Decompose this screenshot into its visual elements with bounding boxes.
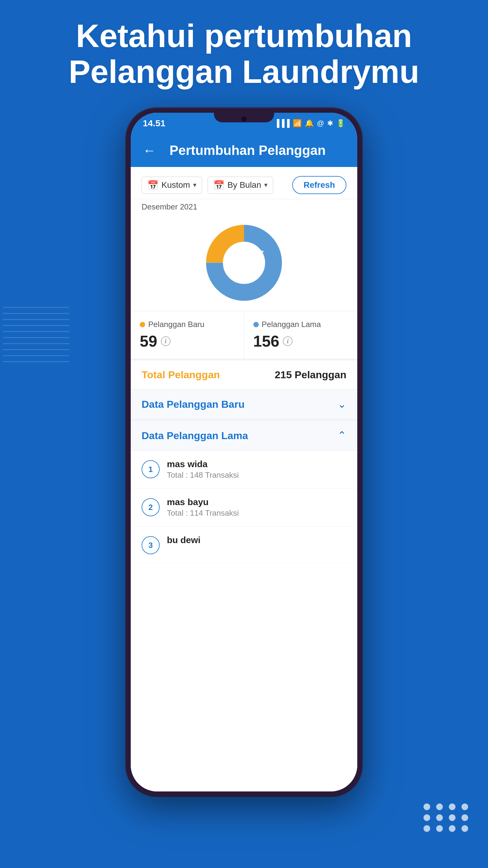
camera-dot bbox=[241, 116, 247, 122]
item-name-3: bu dewi bbox=[167, 535, 347, 545]
item-name-2: mas bayu bbox=[167, 497, 347, 507]
dots-decoration bbox=[424, 804, 470, 832]
item-rank-1: 1 bbox=[141, 460, 160, 478]
app-title: Pertumbuhan Pelanggan bbox=[163, 143, 332, 158]
total-label: Total Pelanggan bbox=[141, 369, 220, 381]
content-area: 📅 Kustom ▾ 📅 By Bulan ▾ Refresh Desember… bbox=[131, 167, 357, 792]
new-value-row: 59 i bbox=[140, 332, 235, 350]
old-dot bbox=[253, 322, 259, 327]
total-section: Total Pelanggan 215 Pelanggan bbox=[131, 359, 357, 389]
list-section: 1 mas wida Total : 148 Transaksi 2 mas b… bbox=[131, 450, 357, 563]
item-sub-2: Total : 114 Transaksi bbox=[167, 508, 347, 518]
kustom-arrow: ▾ bbox=[193, 181, 196, 189]
bell-icon: 🔔 bbox=[305, 119, 314, 127]
phone-mockup: 14.51 ▐▐▐ 📶 🔔 @ ✱ 🔋 ← Pertumbuhan Pelang… bbox=[127, 108, 361, 796]
chart-section: 27 73 bbox=[131, 212, 357, 311]
item-rank-2: 2 bbox=[141, 498, 160, 516]
old-data-section: Data Pelanggan Lama ⌃ bbox=[131, 419, 357, 450]
legend-old-header: Pelanggan Lama bbox=[253, 320, 349, 329]
item-name-1: mas wida bbox=[167, 459, 347, 469]
legend-new-header: Pelanggan Baru bbox=[140, 320, 235, 329]
old-count: 156 bbox=[253, 332, 280, 350]
list-item: 2 mas bayu Total : 114 Transaksi bbox=[131, 489, 357, 527]
calendar-icon-kustom: 📅 bbox=[147, 180, 158, 190]
new-dot bbox=[140, 322, 145, 327]
old-data-header[interactable]: Data Pelanggan Lama ⌃ bbox=[131, 421, 357, 450]
chart-label-old: 73 bbox=[233, 265, 240, 273]
new-info-icon[interactable]: i bbox=[161, 336, 170, 346]
new-label: Pelanggan Baru bbox=[148, 320, 204, 329]
wifi-icon: 📶 bbox=[293, 119, 302, 127]
svg-point-12 bbox=[228, 247, 260, 279]
old-value-row: 156 i bbox=[253, 332, 349, 350]
battery-icon: 🔋 bbox=[336, 119, 345, 127]
donut-chart: 27 73 bbox=[202, 221, 286, 305]
hero-line1: Ketahui pertumbuhan bbox=[76, 18, 412, 54]
legend-row: Pelanggan Baru 59 i Pelanggan Lama bbox=[131, 311, 357, 359]
item-info-3: bu dewi bbox=[167, 535, 347, 545]
hero-line2: Pelanggan Laundrymu bbox=[69, 53, 419, 90]
at-icon: @ bbox=[317, 119, 324, 127]
new-data-header[interactable]: Data Pelanggan Baru ⌄ bbox=[131, 390, 357, 419]
by-bulan-label: By Bulan bbox=[227, 180, 261, 190]
signal-icon: ▐▐▐ bbox=[274, 119, 290, 127]
refresh-button[interactable]: Refresh bbox=[292, 176, 347, 194]
by-bulan-filter[interactable]: 📅 By Bulan ▾ bbox=[207, 177, 273, 194]
legend-old: Pelanggan Lama 156 i bbox=[244, 311, 358, 359]
chart-label-new: 27 bbox=[256, 249, 264, 257]
kustom-label: Kustom bbox=[161, 180, 190, 190]
old-data-chevron: ⌃ bbox=[337, 429, 347, 442]
phone-notch bbox=[214, 113, 274, 122]
new-data-chevron: ⌄ bbox=[337, 398, 347, 410]
new-count: 59 bbox=[140, 332, 157, 350]
status-icons: ▐▐▐ 📶 🔔 @ ✱ 🔋 bbox=[274, 119, 345, 127]
old-info-icon[interactable]: i bbox=[283, 336, 293, 346]
donut-svg: 27 73 bbox=[202, 221, 286, 305]
total-value: 215 Pelanggan bbox=[275, 369, 347, 381]
item-info-1: mas wida Total : 148 Transaksi bbox=[167, 459, 347, 480]
item-sub-1: Total : 148 Transaksi bbox=[167, 470, 347, 480]
calendar-icon-bulan: 📅 bbox=[213, 180, 224, 190]
list-item: 1 mas wida Total : 148 Transaksi bbox=[131, 451, 357, 489]
bulan-arrow: ▾ bbox=[264, 181, 267, 189]
hero-section: Ketahui pertumbuhan Pelanggan Laundrymu bbox=[0, 18, 488, 90]
new-data-title: Data Pelanggan Baru bbox=[141, 398, 245, 410]
bluetooth-icon: ✱ bbox=[327, 119, 333, 127]
item-rank-3: 3 bbox=[141, 536, 160, 554]
kustom-filter[interactable]: 📅 Kustom ▾ bbox=[141, 177, 202, 194]
list-item: 3 bu dewi bbox=[131, 527, 357, 563]
status-time: 14.51 bbox=[143, 118, 165, 128]
old-data-title: Data Pelanggan Lama bbox=[141, 430, 248, 441]
date-label: Desember 2021 bbox=[131, 199, 357, 212]
new-data-section: Data Pelanggan Baru ⌄ bbox=[131, 389, 357, 419]
old-label: Pelanggan Lama bbox=[262, 320, 321, 329]
item-info-2: mas bayu Total : 114 Transaksi bbox=[167, 497, 347, 518]
back-button[interactable]: ← bbox=[143, 143, 156, 158]
app-header: ← Pertumbuhan Pelanggan bbox=[131, 134, 357, 167]
filter-bar: 📅 Kustom ▾ 📅 By Bulan ▾ Refresh bbox=[131, 167, 357, 199]
legend-new: Pelanggan Baru 59 i bbox=[131, 311, 244, 359]
